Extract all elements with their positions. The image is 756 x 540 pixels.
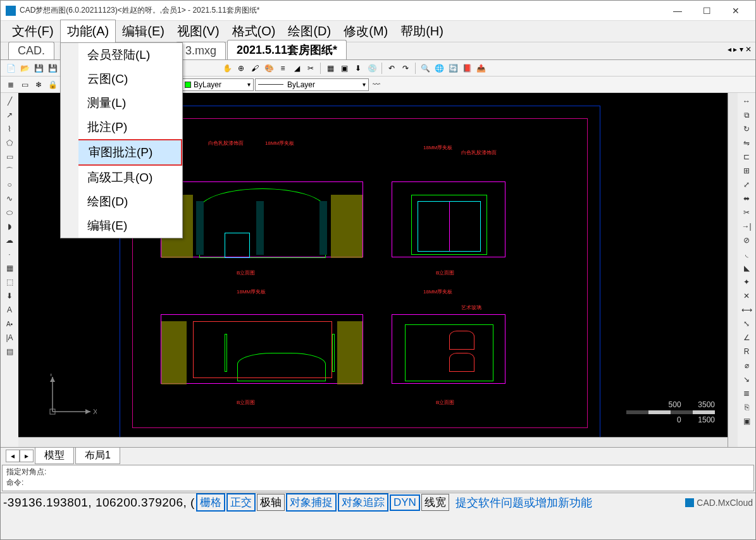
menu-function[interactable]: 功能(A)	[60, 20, 116, 43]
new-icon[interactable]: 📄	[4, 62, 17, 75]
menu-view[interactable]: 视图(V)	[171, 20, 226, 42]
close-button[interactable]: ✕	[721, 1, 750, 20]
revcloud-icon[interactable]: ☁	[4, 235, 15, 246]
tab-next[interactable]: ▸	[20, 450, 34, 462]
world-icon[interactable]: 🌐	[433, 62, 445, 75]
command-window[interactable]: 指定对角点: 命令:	[2, 465, 754, 491]
point-icon[interactable]: ·	[4, 249, 15, 260]
layer-lock-icon[interactable]: 🔒	[46, 78, 59, 91]
toggle-otrack[interactable]: 对象追踪	[338, 493, 388, 512]
menu-help[interactable]: 帮助(H)	[394, 20, 450, 42]
layer-state-icon[interactable]: ▭	[18, 78, 31, 91]
mirror-icon[interactable]: ⇋	[741, 137, 752, 149]
match-icon[interactable]: ⎘	[741, 402, 752, 413]
line-icon[interactable]: ╱	[4, 95, 15, 107]
trim-icon[interactable]: ✂	[741, 207, 752, 218]
mtext-icon[interactable]: A▪	[4, 318, 15, 329]
props-icon[interactable]: ≣	[741, 388, 752, 399]
break-icon[interactable]: ⊘	[741, 235, 752, 246]
polyline-icon[interactable]: ⌇	[4, 123, 15, 135]
redo-icon[interactable]: ↷	[399, 62, 412, 75]
offset-icon[interactable]: ⊏	[741, 151, 752, 163]
extend-icon[interactable]: →|	[741, 221, 752, 232]
palette-icon[interactable]: 🎨	[263, 62, 275, 75]
color-combo[interactable]: ByLayer ▾	[182, 78, 254, 91]
dim-aligned-icon[interactable]: ⤡	[741, 318, 752, 329]
menu-item-advtools[interactable]: 高级工具(O)	[80, 166, 182, 190]
array-icon[interactable]: ⊞	[741, 165, 752, 176]
tab-layout1[interactable]: 布局1	[75, 447, 120, 464]
menu-item-review-annotate[interactable]: 审图批注(P)	[62, 139, 182, 166]
ellipse-icon[interactable]: ⬭	[4, 207, 15, 218]
disk-icon[interactable]: 💿	[366, 62, 378, 75]
fillet-icon[interactable]: ◟	[741, 249, 752, 260]
menu-item-edit[interactable]: 编辑(E)	[80, 214, 182, 238]
open-icon[interactable]: 📂	[18, 62, 31, 75]
dim-icon[interactable]: |A	[4, 332, 15, 343]
menu-modify[interactable]: 修改(M)	[337, 20, 394, 42]
scrollbar-vertical[interactable]	[728, 93, 738, 447]
maximize-button[interactable]: ☐	[692, 1, 721, 20]
menu-item-measure[interactable]: 测量(L)	[80, 91, 182, 115]
erase-icon[interactable]: ✕	[741, 290, 752, 302]
menu-format[interactable]: 格式(O)	[226, 20, 282, 42]
tab-current[interactable]: 2021.5.11套房图纸*	[227, 40, 347, 59]
circle-icon[interactable]: ○	[4, 179, 15, 190]
chamfer-icon[interactable]: ◣	[741, 262, 752, 274]
dim-dia-icon[interactable]: ⌀	[741, 360, 752, 371]
saveas-icon[interactable]: 💾	[46, 62, 59, 75]
toggle-lweight[interactable]: 线宽	[421, 494, 449, 511]
ellipse-arc-icon[interactable]: ◗	[4, 221, 15, 232]
lineweight-icon[interactable]: 〰	[370, 78, 383, 91]
block-icon[interactable]: ▣	[338, 62, 350, 75]
tab-mxg[interactable]: 3.mxg	[176, 42, 226, 59]
arc-icon[interactable]: ⌒	[4, 165, 15, 176]
brush-icon[interactable]: 🖌	[249, 62, 261, 75]
ray-icon[interactable]: ↗	[4, 109, 15, 121]
menu-item-login[interactable]: 会员登陆(L)	[80, 43, 182, 67]
hatch-icon[interactable]: ▦	[4, 262, 15, 274]
save-icon[interactable]: 💾	[32, 62, 45, 75]
feedback-link[interactable]: 提交软件问题或增加新功能	[455, 495, 592, 510]
toggle-dyn[interactable]: DYN	[390, 494, 420, 511]
toggle-polar[interactable]: 极轴	[257, 494, 285, 511]
menu-item-draw[interactable]: 绘图(D)	[80, 190, 182, 214]
minimize-button[interactable]: —	[663, 1, 692, 20]
clip-icon[interactable]: ✂	[304, 62, 317, 75]
copy-icon[interactable]: ⧉	[741, 109, 752, 121]
toggle-osnap[interactable]: 对象捕捉	[286, 493, 337, 512]
menu-draw[interactable]: 绘图(D)	[282, 20, 337, 42]
target-icon[interactable]: ⊕	[235, 62, 247, 75]
leader-icon[interactable]: ↘	[741, 374, 752, 385]
move-icon[interactable]: ↔	[741, 95, 752, 107]
dim-radius-icon[interactable]: R	[741, 346, 752, 357]
table-icon[interactable]: ▤	[4, 346, 15, 357]
hatch-icon[interactable]: ▦	[324, 62, 337, 75]
find-icon[interactable]: 🔍	[419, 62, 431, 75]
scale-icon[interactable]: ⤢	[741, 179, 752, 190]
cloud-status[interactable]: CAD.MxCloud	[685, 498, 753, 508]
refresh-icon[interactable]: 🔄	[447, 62, 459, 75]
stretch-icon[interactable]: ⬌	[741, 193, 752, 204]
export-icon[interactable]: 📤	[474, 62, 487, 75]
text-icon[interactable]: A	[4, 304, 15, 316]
group-icon[interactable]: ▣	[741, 415, 752, 427]
explode-icon[interactable]: ✦	[741, 276, 752, 288]
pan-icon[interactable]: ✋	[221, 62, 233, 75]
insert-icon[interactable]: ⬇	[352, 62, 364, 75]
tab-prev[interactable]: ◂	[6, 450, 20, 462]
dim-angular-icon[interactable]: ∠	[741, 332, 752, 343]
tab-cad[interactable]: CAD.	[8, 42, 54, 59]
layer-manager-icon[interactable]: ≣	[4, 78, 17, 91]
menu-item-cloud[interactable]: 云图(C)	[80, 67, 182, 91]
tab-controls[interactable]: ◂ ▸ ▾ ✕	[728, 45, 752, 54]
block-icon[interactable]: ⬚	[4, 276, 15, 288]
rotate-icon[interactable]: ↻	[741, 123, 752, 135]
menu-item-annotate[interactable]: 批注(P)	[80, 115, 182, 139]
dim-linear-icon[interactable]: ⟷	[741, 304, 752, 316]
eraser-icon[interactable]: ◢	[290, 62, 303, 75]
menu-file[interactable]: 文件(F)	[6, 20, 60, 42]
undo-icon[interactable]: ↶	[385, 62, 398, 75]
toggle-grid[interactable]: 栅格	[196, 493, 225, 512]
scrollbar-horizontal[interactable]	[18, 437, 728, 447]
